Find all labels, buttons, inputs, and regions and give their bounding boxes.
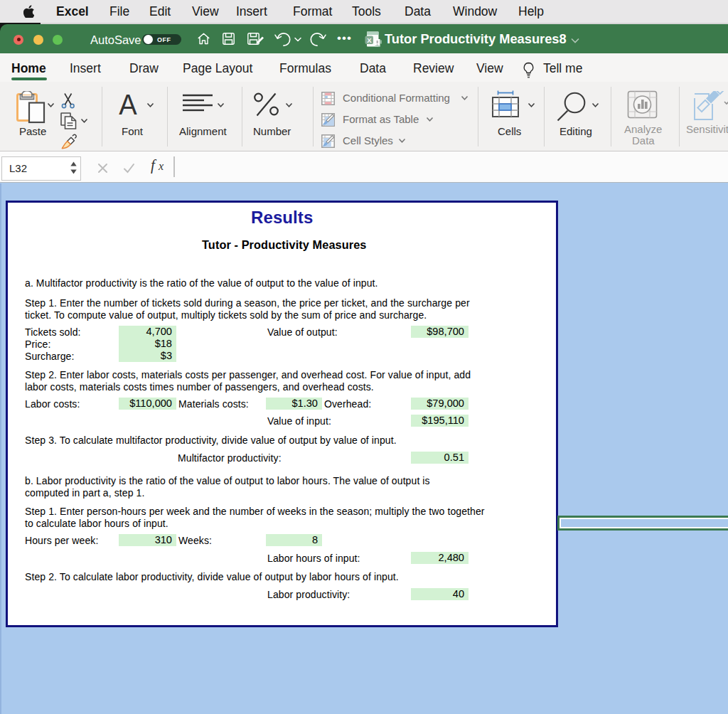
svg-text:X: X: [367, 36, 372, 44]
svg-text:A: A: [119, 92, 137, 116]
